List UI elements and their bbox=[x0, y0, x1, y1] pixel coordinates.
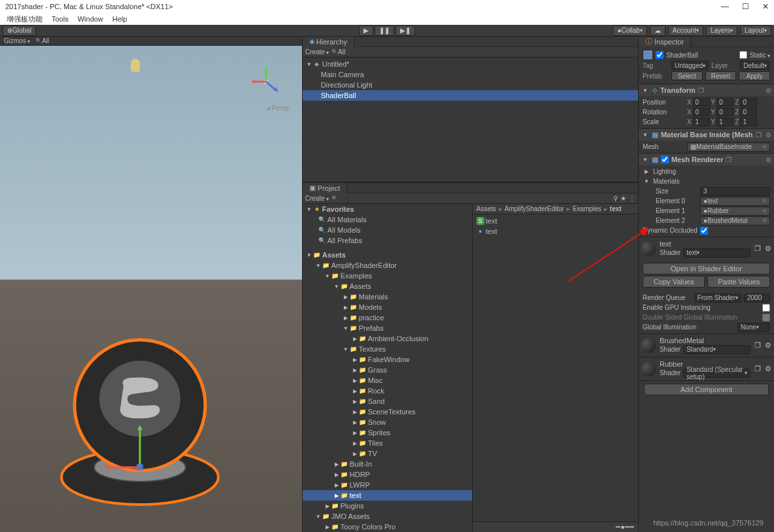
render-queue-value[interactable]: 2000 bbox=[744, 293, 770, 303]
mesh-field[interactable]: ▦ MaterialBaseInside bbox=[687, 142, 770, 152]
material-slot[interactable]: ● Rubber bbox=[700, 207, 770, 216]
layer-dropdown[interactable]: Default bbox=[740, 61, 770, 70]
material-slot[interactable]: ● text bbox=[700, 197, 770, 206]
close-icon[interactable]: ✕ bbox=[762, 2, 769, 11]
scene-view[interactable]: ◂ Persp bbox=[0, 46, 302, 532]
menu-item[interactable]: Help bbox=[109, 14, 131, 24]
layout-button[interactable]: Layout bbox=[740, 25, 771, 36]
light-gizmo-icon[interactable] bbox=[131, 59, 140, 72]
gameobject-name[interactable]: ShaderBall bbox=[666, 52, 737, 59]
folder-item[interactable]: 📁text bbox=[303, 490, 472, 501]
persp-label[interactable]: ◂ Persp bbox=[267, 105, 289, 112]
folder-item[interactable]: 📁Models bbox=[303, 302, 472, 312]
paste-values-button[interactable]: Paste Values bbox=[707, 276, 770, 288]
tab-hierarchy[interactable]: ◈ Hierarchy bbox=[303, 37, 354, 47]
folder-item[interactable]: 📁Misc bbox=[303, 375, 472, 386]
static-checkbox[interactable] bbox=[739, 51, 747, 59]
folder-item[interactable]: 📁JMO Assets bbox=[303, 511, 472, 522]
active-checkbox[interactable] bbox=[656, 51, 664, 59]
favorite-item[interactable]: 🔍All Materials bbox=[303, 214, 472, 225]
layers-button[interactable]: Layers bbox=[706, 25, 737, 36]
folder-item[interactable]: 📁Plugins bbox=[303, 501, 472, 511]
collab-button[interactable]: ● Collab bbox=[613, 25, 647, 36]
tab-inspector[interactable]: ⓘ Inspector bbox=[639, 37, 691, 47]
hierarchy-item[interactable]: ShaderBall bbox=[303, 90, 638, 101]
dynamic-occluded-checkbox[interactable] bbox=[700, 227, 708, 235]
selected-object[interactable] bbox=[55, 327, 225, 510]
render-queue-mode[interactable]: From Shader bbox=[694, 293, 741, 303]
hierarchy-create-button[interactable]: Create bbox=[305, 48, 329, 56]
folder-item[interactable]: 📁Sprites bbox=[303, 427, 472, 438]
minimize-icon[interactable]: — bbox=[721, 2, 729, 11]
gizmos-dropdown[interactable]: Gizmos bbox=[4, 37, 30, 44]
crumb[interactable]: AmplifyShaderEditor bbox=[505, 205, 564, 212]
gameobject-icon[interactable] bbox=[643, 50, 653, 60]
step-button[interactable]: ▶❚ bbox=[395, 25, 415, 36]
hierarchy-search[interactable]: All bbox=[331, 48, 635, 56]
filter-icon[interactable]: ⚲ bbox=[613, 195, 618, 202]
tab-project[interactable]: ▣ Project bbox=[303, 183, 347, 193]
folder-item[interactable]: 📁SceneTextures bbox=[303, 407, 472, 417]
gi-dropdown[interactable]: None bbox=[737, 323, 770, 332]
gpu-instancing-checkbox[interactable] bbox=[762, 304, 770, 312]
favorite-item[interactable]: 🔍All Models bbox=[303, 225, 472, 235]
prefab-select-button[interactable]: Select bbox=[671, 71, 703, 80]
materials-size[interactable]: 3 bbox=[700, 187, 770, 196]
transform-header[interactable]: ⊹Transform❐⚙ bbox=[639, 84, 774, 96]
prefab-revert-button[interactable]: Revert bbox=[705, 71, 737, 80]
shader-dropdown[interactable]: text bbox=[683, 248, 750, 258]
project-search[interactable] bbox=[331, 195, 611, 201]
folder-item[interactable]: 📁Examples bbox=[303, 271, 472, 281]
favorite-item[interactable]: 🔍All Prefabs bbox=[303, 235, 472, 246]
play-button[interactable]: ▶ bbox=[359, 25, 373, 36]
menu-item[interactable]: Window bbox=[74, 14, 107, 24]
pivot-global-button[interactable]: ⊕ Global bbox=[3, 25, 36, 36]
filter-icon[interactable]: ★ bbox=[620, 195, 626, 202]
crumb[interactable]: Assets bbox=[477, 205, 496, 212]
maximize-icon[interactable]: ☐ bbox=[742, 2, 749, 11]
folder-item[interactable]: 📁Toony Colors Pro bbox=[303, 522, 472, 532]
menu-item[interactable]: 增强板功能 bbox=[3, 13, 46, 25]
add-component-button[interactable]: Add Component bbox=[644, 384, 769, 395]
filter-icon[interactable]: ⋮ bbox=[629, 195, 635, 202]
folder-item[interactable]: 📁practice bbox=[303, 312, 472, 323]
folder-item[interactable]: 📁FakeWindow bbox=[303, 354, 472, 365]
favorites-header[interactable]: ★Favorites bbox=[303, 204, 472, 214]
pause-button[interactable]: ❚❚ bbox=[375, 25, 394, 36]
folder-item[interactable]: 📁Prefabs bbox=[303, 323, 472, 333]
shader-dropdown[interactable]: Standard (Specular setup) bbox=[683, 369, 750, 378]
folder-item[interactable]: 📁Built-In bbox=[303, 459, 472, 469]
folder-item[interactable]: 📁Textures bbox=[303, 344, 472, 354]
folder-item[interactable]: 📁Assets bbox=[303, 281, 472, 291]
prefab-apply-button[interactable]: Apply bbox=[739, 71, 770, 80]
orientation-gizmo[interactable] bbox=[250, 65, 282, 98]
hierarchy-item[interactable]: Main Camera bbox=[303, 69, 638, 80]
folder-item[interactable]: 📁Snow bbox=[303, 417, 472, 427]
static-dropdown[interactable]: Static bbox=[750, 52, 770, 59]
folder-item[interactable]: 📁TV bbox=[303, 448, 472, 459]
scene-row[interactable]: ◈Untitled* bbox=[303, 59, 638, 69]
folder-item[interactable]: 📁HDRP bbox=[303, 469, 472, 480]
project-zoom-slider[interactable]: ━●━━ bbox=[473, 522, 638, 532]
menu-item[interactable]: Tools bbox=[48, 14, 73, 24]
account-button[interactable]: Account bbox=[668, 25, 703, 36]
folder-item[interactable]: 📁Sand bbox=[303, 396, 472, 407]
meshrenderer-header[interactable]: ▦Mesh Renderer❐⚙ bbox=[639, 154, 774, 165]
crumb[interactable]: Examples bbox=[573, 205, 601, 212]
material-slot[interactable]: ● BrushedMetal bbox=[700, 216, 770, 225]
folder-item[interactable]: 📁AmplifyShaderEditor bbox=[303, 260, 472, 271]
folder-item[interactable]: 📁Ambient-Occlusion bbox=[303, 333, 472, 344]
cloud-icon[interactable]: ☁ bbox=[650, 25, 665, 36]
assets-root[interactable]: 📁Assets bbox=[303, 250, 472, 260]
tag-dropdown[interactable]: Untagged bbox=[671, 61, 709, 70]
project-create-button[interactable]: Create bbox=[305, 195, 329, 202]
hierarchy-item[interactable]: Directional Light bbox=[303, 80, 638, 90]
folder-item[interactable]: 📁LWRP bbox=[303, 480, 472, 490]
folder-item[interactable]: 📁Rock bbox=[303, 386, 472, 396]
folder-item[interactable]: 📁Tiles bbox=[303, 438, 472, 448]
crumb[interactable]: text bbox=[610, 205, 622, 212]
scene-search[interactable]: All bbox=[35, 37, 298, 44]
meshfilter-header[interactable]: ▦Material Base Inside (Mesh❐⚙ bbox=[639, 129, 774, 141]
open-shader-editor-button[interactable]: Open in Shader Editor bbox=[643, 263, 770, 274]
shader-dropdown[interactable]: Standard bbox=[683, 345, 750, 354]
